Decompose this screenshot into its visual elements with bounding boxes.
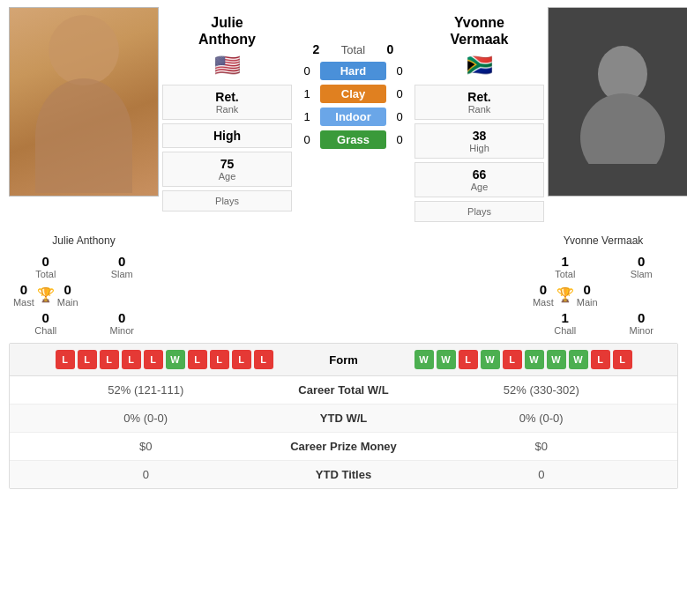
form-badge-w: W <box>437 350 456 369</box>
titles-label: YTD Titles <box>273 468 414 481</box>
right-prize: $0 <box>414 440 669 453</box>
indoor-badge: Indoor <box>320 108 386 126</box>
left-high-box: High <box>162 123 292 148</box>
form-badge-l: L <box>613 350 632 369</box>
prize-label: Career Prize Money <box>273 440 414 453</box>
left-indoor-score: 1 <box>299 110 315 123</box>
left-player-name-below: Julie Anthony <box>9 234 159 247</box>
right-indoor-score: 0 <box>392 110 407 123</box>
form-label: Form <box>273 353 414 367</box>
left-age-box: 75 Age <box>162 152 292 187</box>
form-row: LLLLLWLLLL Form WWLWLWWWLL <box>10 344 677 376</box>
left-player-photo <box>9 7 159 197</box>
right-stat-total-label: Total <box>528 269 602 279</box>
left-rank-box: Ret. Rank <box>162 85 292 120</box>
form-badge-l: L <box>144 350 163 369</box>
form-badges-left: LLLLLWLLLL <box>19 350 273 369</box>
right-player-name: Yvonne Vermaak <box>451 14 509 48</box>
left-stat-chall-value: 0 <box>9 310 83 325</box>
left-player-info: Julie Anthony 🇺🇸 Ret. Rank High 75 Age P… <box>159 7 295 219</box>
left-flag: 🇺🇸 <box>214 53 241 78</box>
right-player-photo <box>548 7 687 197</box>
right-plays-box: Plays <box>414 201 544 222</box>
left-player-name: Julie Anthony <box>198 14 256 48</box>
right-stat-mast-value: 0 <box>533 282 554 297</box>
right-flag: 🇿🇦 <box>467 53 493 78</box>
right-stat-mast-label: Mast <box>533 297 554 308</box>
prize-row: $0 Career Prize Money $0 <box>10 433 677 461</box>
form-badge-w: W <box>569 350 588 369</box>
form-badge-w: W <box>166 350 185 369</box>
left-stat-chall-label: Chall <box>9 325 83 336</box>
hard-badge: Hard <box>320 62 386 80</box>
right-stat-total-value: 1 <box>528 254 602 269</box>
form-badge-l: L <box>254 350 273 369</box>
left-ytd-wl: 0% (0-0) <box>19 412 273 425</box>
total-label: Total <box>332 43 376 56</box>
right-age-box: 66 Age <box>414 162 544 197</box>
silhouette-icon <box>574 41 671 164</box>
right-hard-score: 0 <box>392 64 407 78</box>
right-stat-slam-value: 0 <box>605 254 679 269</box>
left-stat-slam-value: 0 <box>86 254 160 269</box>
form-badge-l: L <box>56 350 75 369</box>
right-stat-main-value: 0 <box>577 282 598 297</box>
form-badge-l: L <box>503 350 522 369</box>
right-titles: 0 <box>414 468 669 481</box>
form-badge-w: W <box>481 350 500 369</box>
form-badge-l: L <box>122 350 141 369</box>
right-stat-main-label: Main <box>577 297 598 308</box>
right-stat-chall-value: 1 <box>528 310 602 325</box>
form-badge-l: L <box>591 350 610 369</box>
ytd-wl-label: YTD W/L <box>273 412 414 425</box>
form-badge-l: L <box>188 350 207 369</box>
left-grass-score: 0 <box>299 133 315 146</box>
right-total-score: 0 <box>383 42 399 56</box>
left-stat-minor-label: Minor <box>86 325 160 336</box>
form-badge-l: L <box>78 350 97 369</box>
form-badge-l: L <box>459 350 478 369</box>
titles-row: 0 YTD Titles 0 <box>10 461 677 488</box>
form-badge-w: W <box>414 350 434 369</box>
left-stat-minor-value: 0 <box>86 310 160 325</box>
clay-badge: Clay <box>320 85 386 103</box>
career-wl-label: Career Total W/L <box>273 383 414 397</box>
right-stat-minor-label: Minor <box>605 325 679 336</box>
left-hard-score: 0 <box>299 64 315 78</box>
stats-table: LLLLLWLLLL Form WWLWLWWWLL 52% (121-111)… <box>9 343 678 489</box>
right-ytd-wl: 0% (0-0) <box>414 412 669 425</box>
left-clay-score: 1 <box>299 87 315 100</box>
left-stat-mast-label: Mast <box>13 297 34 308</box>
left-stat-main-value: 0 <box>57 282 78 297</box>
form-badges-right: WWLWLWWWLL <box>414 350 669 369</box>
right-grass-score: 0 <box>392 133 407 146</box>
center-surface-stats: 2 Total 0 0 Hard 0 1 Clay 0 1 Indoor 0 <box>295 7 411 149</box>
form-badge-w: W <box>547 350 566 369</box>
form-badge-w: W <box>525 350 544 369</box>
grass-badge: Grass <box>320 130 386 149</box>
left-plays-box: Plays <box>162 190 292 212</box>
left-career-wl: 52% (121-111) <box>19 383 273 397</box>
right-rank-box: Ret. Rank <box>414 85 544 120</box>
left-prize: $0 <box>19 440 273 453</box>
right-clay-score: 0 <box>392 87 407 100</box>
form-badge-l: L <box>210 350 229 369</box>
left-stat-total-label: Total <box>9 269 83 279</box>
right-stat-chall-label: Chall <box>528 325 602 336</box>
left-stat-mast-value: 0 <box>13 282 34 297</box>
form-badge-l: L <box>100 350 119 369</box>
left-stat-total-value: 0 <box>9 254 83 269</box>
right-stat-minor-value: 0 <box>605 310 679 325</box>
right-career-wl: 52% (330-302) <box>414 383 669 397</box>
left-total-score: 2 <box>309 42 325 56</box>
right-player-name-below: Yvonne Vermaak <box>528 234 678 247</box>
left-stat-main-label: Main <box>57 297 78 308</box>
right-player-info: Yvonne Vermaak 🇿🇦 Ret. Rank 38 High 66 A… <box>411 7 548 229</box>
left-titles: 0 <box>19 468 273 481</box>
right-high-box: 38 High <box>414 123 544 159</box>
right-stat-slam-label: Slam <box>605 269 679 279</box>
career-wl-row: 52% (121-111) Career Total W/L 52% (330-… <box>10 376 677 404</box>
form-badge-l: L <box>232 350 251 369</box>
svg-point-1 <box>580 93 665 164</box>
ytd-wl-row: 0% (0-0) YTD W/L 0% (0-0) <box>10 404 677 433</box>
